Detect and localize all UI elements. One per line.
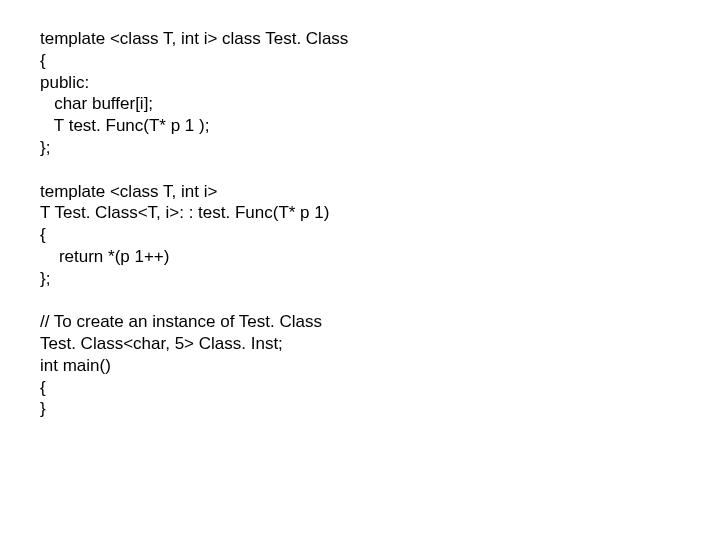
code-block-main: // To create an instance of Test. Class … [40,311,720,420]
code-block-func-def: template <class T, int i> T Test. Class<… [40,181,720,290]
code-slide: template <class T, int i> class Test. Cl… [0,0,720,420]
code-block-class-decl: template <class T, int i> class Test. Cl… [40,28,720,159]
